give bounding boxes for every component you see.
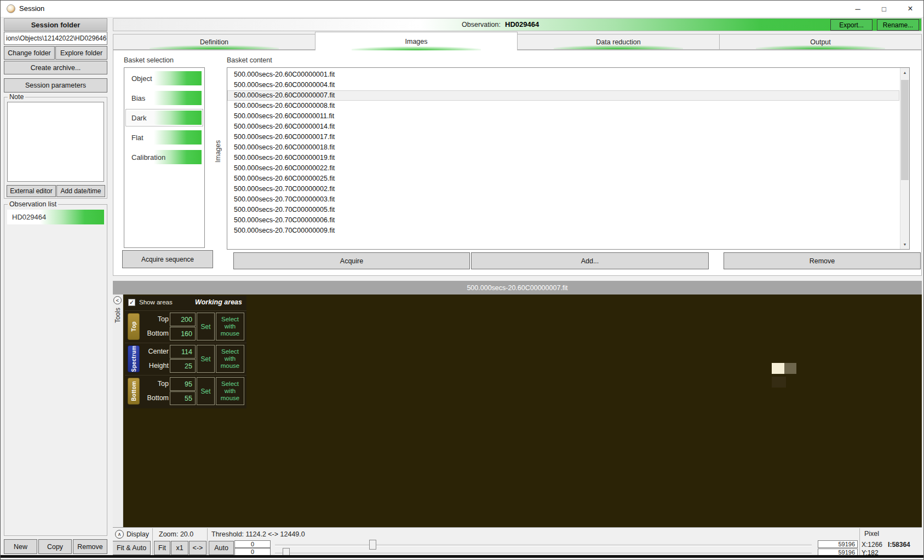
rename-button[interactable]: Rename... xyxy=(877,19,919,31)
external-editor-button[interactable]: External editor xyxy=(7,185,56,197)
explore-folder-button[interactable]: Explore folder xyxy=(55,46,107,60)
minimize-button[interactable]: ─ xyxy=(845,1,871,17)
separator xyxy=(207,528,208,555)
spectrum-center-field[interactable]: 114 xyxy=(170,345,196,359)
file-list-item[interactable]: 500.000secs-20.60C00000018.fit xyxy=(227,142,899,153)
fit-and-auto-button[interactable]: Fit & Auto xyxy=(113,541,151,555)
title-bar: Session ─ □ × xyxy=(1,1,923,18)
session-parameters-button[interactable]: Session parameters xyxy=(4,78,107,93)
file-list-item[interactable]: 500.000secs-20.70C00000002.fit xyxy=(227,184,899,194)
file-list-item[interactable]: 500.000secs-20.60C00000008.fit xyxy=(227,101,899,111)
tab-data-reduction[interactable]: Data reduction xyxy=(517,34,720,50)
window-bottom-border xyxy=(1,555,923,558)
slider-track xyxy=(275,544,812,546)
display-collapse-button[interactable]: ∧ xyxy=(115,530,124,539)
note-label: Note xyxy=(8,93,25,101)
tab-definition[interactable]: Definition xyxy=(113,34,315,50)
create-archive-button[interactable]: Create archive... xyxy=(4,61,107,74)
tools-collapse-button[interactable]: < xyxy=(113,296,122,304)
acquire-sequence-button[interactable]: Acquire sequence xyxy=(122,250,213,268)
basket-item-label: Object xyxy=(127,74,152,83)
fit-button[interactable]: Fit xyxy=(154,541,170,555)
show-areas-label: Show areas xyxy=(139,299,173,305)
top-area-bottom-field[interactable]: 160 xyxy=(170,327,196,340)
scroll-up-icon[interactable]: ▲ xyxy=(900,68,909,77)
basket-content-label: Basket content xyxy=(227,56,272,64)
bottom-area-top-field[interactable]: 95 xyxy=(170,377,196,391)
basket-item-calibration[interactable]: Calibration xyxy=(127,150,202,164)
acquire-button[interactable]: Acquire xyxy=(233,252,470,269)
file-list-item[interactable]: 500.000secs-20.70C00000006.fit xyxy=(227,215,899,226)
separator xyxy=(859,528,860,555)
file-list-item[interactable]: 500.000secs-20.60C00000014.fit xyxy=(227,122,899,132)
basket-item-object[interactable]: Object xyxy=(127,71,202,85)
new-observation-button[interactable]: New xyxy=(4,539,37,554)
file-list-scrollbar[interactable]: ▲ ▼ xyxy=(900,68,909,249)
pixel-intensity-value: I:58364 xyxy=(888,541,910,549)
image-faint-pixel xyxy=(772,377,786,388)
spectrum-image-view[interactable]: ✓ Show areas Working areas Top Top Botto… xyxy=(123,295,922,527)
file-list-item[interactable]: 500.000secs-20.60C00000022.fit xyxy=(227,163,899,174)
session-folder-path-field[interactable]: ions\Objects\12142022\HD029646 xyxy=(4,32,107,45)
top-area-top-field[interactable]: 200 xyxy=(170,313,196,326)
basket-item-bias[interactable]: Bias xyxy=(127,91,202,105)
copy-observation-button[interactable]: Copy xyxy=(38,539,72,554)
file-list-item[interactable]: 500.000secs-20.60C00000017.fit xyxy=(227,132,899,142)
file-list-item[interactable]: 500.000secs-20.70C00000003.fit xyxy=(227,194,899,205)
slider-handle[interactable] xyxy=(283,548,290,555)
add-button[interactable]: Add... xyxy=(471,252,709,269)
threshold-low-slider[interactable] xyxy=(275,548,812,555)
basket-item-dark[interactable]: Dark xyxy=(127,111,202,125)
maximize-button[interactable]: □ xyxy=(871,1,897,17)
file-list-item[interactable]: 500.000secs-20.60C00000004.fit xyxy=(227,80,899,90)
file-list-item[interactable]: 500.000secs-20.70C00000009.fit xyxy=(227,226,899,236)
add-datetime-button[interactable]: Add date/time xyxy=(56,185,105,197)
tab-output[interactable]: Output xyxy=(719,34,922,50)
observation-list-label: Observation list xyxy=(8,200,58,208)
x1-zoom-button[interactable]: x1 xyxy=(171,541,188,555)
observation-list-group: Observation list HD029464 xyxy=(4,204,107,536)
close-button[interactable]: × xyxy=(897,1,923,17)
scrollbar-thumb[interactable] xyxy=(901,80,909,180)
remove-observation-button[interactable]: Remove xyxy=(73,539,107,554)
file-list-item[interactable]: 500.000secs-20.60C00000001.fit xyxy=(227,70,899,80)
top-area-set-button[interactable]: Set xyxy=(197,313,215,340)
show-areas-checkbox[interactable]: ✓ xyxy=(128,299,135,306)
bottom-area-set-button[interactable]: Set xyxy=(197,377,215,405)
auto-threshold-button[interactable]: Auto xyxy=(209,541,234,555)
change-folder-button[interactable]: Change folder xyxy=(4,46,55,60)
file-list-item[interactable]: 500.000secs-20.60C00000011.fit xyxy=(227,111,899,122)
spectrum-height-field[interactable]: 25 xyxy=(170,359,196,373)
bottom-area-select-with-mouse-button[interactable]: Select with mouse xyxy=(216,377,244,405)
file-list-item[interactable]: 500.000secs-20.70C00000005.fit xyxy=(227,205,899,215)
top-area-select-with-mouse-button[interactable]: Select with mouse xyxy=(216,313,244,340)
scroll-down-icon[interactable]: ▼ xyxy=(900,240,909,249)
bottom-area-tab: Bottom xyxy=(128,378,140,405)
separator xyxy=(152,528,153,555)
threshold-max-field-1[interactable]: 59196 xyxy=(818,540,858,548)
note-textarea[interactable] xyxy=(7,102,104,182)
file-list-item[interactable]: 500.000secs-20.60C00000025.fit xyxy=(227,174,899,184)
threshold-low-spinner[interactable]: 0 xyxy=(234,540,271,548)
image-bright-pixel xyxy=(772,363,784,374)
threshold-high-spinner[interactable]: 0 xyxy=(234,548,271,555)
bottom-area-top-label: Top xyxy=(140,380,169,388)
image-dim-pixel xyxy=(784,363,796,374)
basket-item-label: Bias xyxy=(127,94,145,102)
tab-label: Data reduction xyxy=(596,38,640,46)
file-list-item-selected[interactable]: 500.000secs-20.60C00000007.fit xyxy=(227,90,899,101)
observation-list-item[interactable]: HD029464 xyxy=(7,210,104,224)
basket-item-flat[interactable]: Flat xyxy=(127,130,202,145)
bottom-area-bottom-field[interactable]: 55 xyxy=(170,391,196,405)
export-button[interactable]: Export... xyxy=(830,19,873,31)
tools-vertical-label: Tools xyxy=(114,308,122,323)
remove-file-button[interactable]: Remove xyxy=(724,252,921,269)
file-list-item[interactable]: 500.000secs-20.60C00000019.fit xyxy=(227,153,899,163)
spectrum-select-with-mouse-button[interactable]: Select with mouse xyxy=(216,345,244,373)
top-area-bottom-label: Bottom xyxy=(140,330,169,337)
threshold-max-field-2[interactable]: 59196 xyxy=(818,549,858,555)
pan-button[interactable]: <-> xyxy=(189,541,206,555)
bottom-area-bottom-label: Bottom xyxy=(140,394,169,402)
tab-images[interactable]: Images xyxy=(315,32,518,50)
spectrum-set-button[interactable]: Set xyxy=(197,345,215,373)
